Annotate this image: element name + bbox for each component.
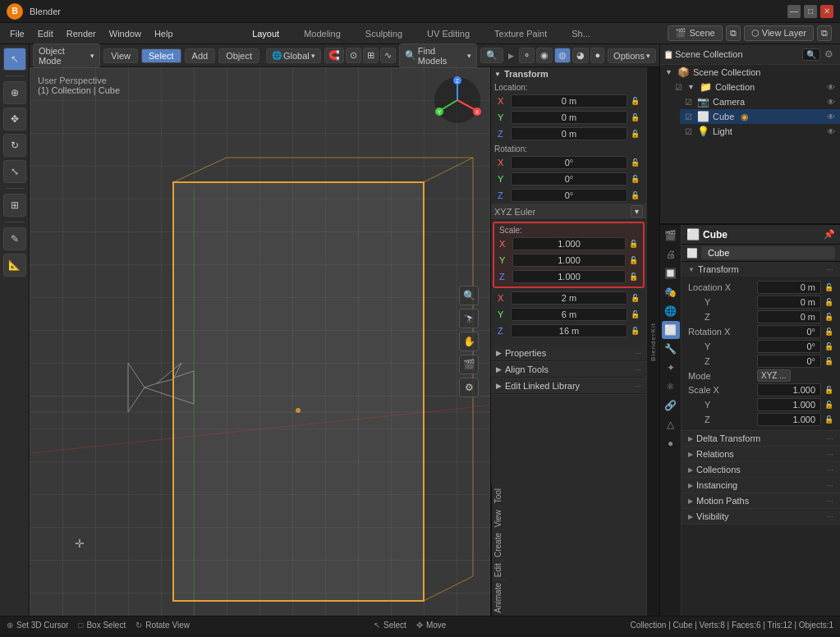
- global-dropdown[interactable]: 🌐 Global ▾: [266, 48, 321, 63]
- pan-btn[interactable]: ✋: [459, 332, 479, 351]
- menu-help[interactable]: Help: [148, 27, 180, 40]
- minimize-button[interactable]: —: [787, 5, 801, 18]
- scale-y-lock[interactable]: 🔓: [629, 256, 638, 264]
- scene-selector[interactable]: 🎬 Scene: [668, 25, 722, 41]
- select-tool-btn[interactable]: ↖: [3, 48, 26, 71]
- loc-z-lock[interactable]: 🔓: [631, 130, 640, 138]
- outliner-light[interactable]: ☑ 💡 Light 👁: [680, 124, 840, 139]
- snap-btn[interactable]: 🧲: [324, 48, 344, 63]
- settings-btn[interactable]: ⚙: [459, 378, 479, 397]
- side-tab-tool[interactable]: Tool: [492, 485, 506, 506]
- scene-copy-btn[interactable]: ⧉: [726, 25, 741, 41]
- search-btn[interactable]: 🔍: [480, 48, 503, 63]
- view-layer-selector[interactable]: ⬡ View Layer: [744, 25, 814, 41]
- dim-y-lock[interactable]: 🔓: [631, 310, 640, 318]
- rot-x-lock[interactable]: 🔓: [631, 158, 640, 167]
- viewport-shade-5[interactable]: ●: [590, 48, 604, 63]
- prop-icon-render[interactable]: 🎬: [662, 227, 680, 245]
- rotation-z-input[interactable]: 0°: [511, 189, 627, 202]
- scene-col-arrow[interactable]: ▼: [665, 68, 672, 76]
- prop-icon-view-layer[interactable]: 🔲: [662, 264, 680, 282]
- view-menu-btn[interactable]: View: [103, 48, 138, 63]
- measure-tool-btn[interactable]: 📐: [3, 254, 26, 277]
- edit-linked-header[interactable]: ▶ Edit Linked Library ···: [491, 378, 646, 394]
- prop-loc-y-lock[interactable]: 🔓: [824, 298, 833, 306]
- proportional-btn[interactable]: ⊙: [346, 48, 361, 63]
- side-tab-create[interactable]: Create: [492, 529, 506, 560]
- transform-panel-header[interactable]: Transform: [491, 67, 646, 80]
- object-menu-btn[interactable]: Object: [218, 48, 259, 63]
- rot-z-lock[interactable]: 🔓: [631, 191, 640, 199]
- annotate-tool-btn[interactable]: ✎: [3, 227, 26, 250]
- collections-header[interactable]: Collections ···: [682, 462, 840, 477]
- prop-mode-dropdown[interactable]: XYZ ...: [757, 369, 791, 382]
- tab-texture-paint[interactable]: Texture Paint: [484, 25, 557, 42]
- dim-y-input[interactable]: 6 m: [511, 308, 627, 321]
- zoom-in-btn[interactable]: 🔍: [459, 286, 479, 305]
- prop-loc-z-val[interactable]: 0 m: [757, 310, 821, 323]
- prop-loc-x-lock[interactable]: 🔓: [824, 283, 833, 291]
- prop-icon-modifier[interactable]: 🔧: [662, 340, 680, 358]
- prop-sub-name[interactable]: Cube: [701, 246, 835, 259]
- mode-dropdown[interactable]: Object Mode ▾: [33, 44, 100, 68]
- maximize-button[interactable]: □: [804, 5, 817, 18]
- prop-icon-particles[interactable]: ✦: [662, 359, 680, 377]
- prop-loc-x-val[interactable]: 0 m: [757, 281, 821, 294]
- collection-eye[interactable]: 👁: [827, 83, 835, 92]
- viewport-shade-1[interactable]: ⚬: [519, 48, 535, 63]
- blenderkit-bar[interactable]: BlenderKit: [646, 67, 659, 616]
- prop-scale-z-lock[interactable]: 🔓: [824, 415, 833, 424]
- prop-icon-data[interactable]: △: [662, 415, 680, 433]
- cube-eye[interactable]: 👁: [827, 112, 835, 121]
- outliner-search[interactable]: 🔍: [802, 48, 820, 61]
- visibility-header[interactable]: Visibility ···: [682, 509, 840, 524]
- dim-x-lock[interactable]: 🔓: [631, 294, 640, 302]
- scale-z-input[interactable]: 1.000: [512, 270, 626, 283]
- options-dropdown[interactable]: Options ▾: [608, 48, 656, 63]
- prop-loc-z-lock[interactable]: 🔓: [824, 313, 833, 321]
- pivot-btn[interactable]: ⊞: [363, 48, 379, 63]
- prop-icon-scene[interactable]: 🎭: [662, 283, 680, 301]
- prop-rot-x-lock[interactable]: 🔓: [824, 328, 833, 336]
- outliner-camera[interactable]: ☑ 📷 Camera 👁: [680, 94, 840, 109]
- cube-check[interactable]: ☑: [685, 112, 692, 121]
- loc-y-lock[interactable]: 🔓: [631, 113, 640, 121]
- prop-scale-y-lock[interactable]: 🔓: [824, 401, 833, 409]
- transform-tool-btn[interactable]: ⊞: [3, 194, 26, 217]
- prop-icon-world[interactable]: 🌐: [662, 302, 680, 320]
- side-tab-view[interactable]: View: [492, 506, 506, 530]
- light-check[interactable]: ☑: [685, 127, 692, 136]
- side-tab-edit[interactable]: Edit: [492, 560, 506, 580]
- dim-z-lock[interactable]: 🔓: [631, 327, 640, 335]
- menu-edit[interactable]: Edit: [31, 27, 60, 40]
- prop-rot-y-lock[interactable]: 🔓: [824, 342, 833, 351]
- snap2-btn[interactable]: ∿: [380, 48, 396, 63]
- rot-y-lock[interactable]: 🔓: [631, 175, 640, 183]
- zoom-out-btn[interactable]: 🔭: [459, 309, 479, 328]
- dim-z-input[interactable]: 16 m: [511, 324, 627, 337]
- location-y-input[interactable]: 0 m: [511, 111, 627, 124]
- tab-layout[interactable]: Layout: [242, 25, 289, 42]
- prop-rot-z-val[interactable]: 0°: [757, 355, 821, 368]
- prop-icon-material[interactable]: ●: [662, 434, 680, 452]
- viewport-canvas[interactable]: User Perspective (1) Collection | Cube Z: [30, 67, 490, 616]
- location-z-input[interactable]: 0 m: [511, 127, 627, 140]
- prop-loc-y-val[interactable]: 0 m: [757, 296, 821, 309]
- viewport-gizmo[interactable]: Z X Y: [433, 76, 482, 125]
- collection-check[interactable]: ☑: [675, 83, 682, 92]
- tab-uv-editing[interactable]: UV Editing: [417, 25, 480, 42]
- prop-scale-y-val[interactable]: 1.000: [757, 398, 821, 411]
- menu-render[interactable]: Render: [60, 27, 103, 40]
- relations-header[interactable]: Relations ···: [682, 447, 840, 461]
- viewport-shade-2[interactable]: ◉: [536, 48, 553, 63]
- outliner-scene-collection[interactable]: ▼ 📦 Scene Collection: [660, 65, 840, 80]
- prop-scale-z-val[interactable]: 1.000: [757, 413, 821, 426]
- prop-rot-x-val[interactable]: 0°: [757, 325, 821, 338]
- rotation-y-input[interactable]: 0°: [511, 172, 627, 186]
- scale-x-input[interactable]: 1.000: [512, 237, 626, 250]
- add-menu-btn[interactable]: Add: [185, 48, 216, 63]
- rotation-x-input[interactable]: 0°: [511, 156, 627, 169]
- outliner-cube[interactable]: ☑ ⬜ Cube ◉ 👁: [680, 109, 840, 124]
- menu-file[interactable]: File: [3, 27, 31, 40]
- prop-icon-constraints[interactable]: 🔗: [662, 396, 680, 415]
